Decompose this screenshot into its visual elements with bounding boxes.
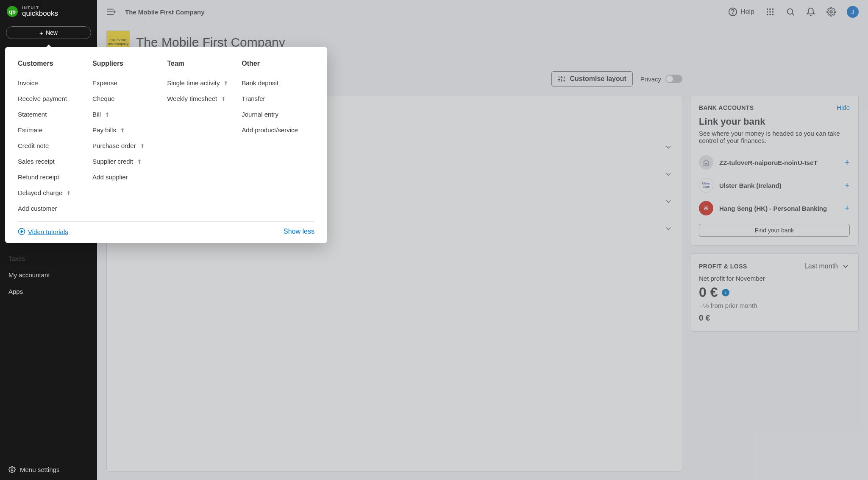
menu-settings-link[interactable]: Menu settings <box>0 459 97 480</box>
menu-column-title: Team <box>167 60 233 67</box>
bank-logo-icon: Ulster Bank <box>699 178 713 193</box>
plus-icon: + <box>39 30 43 36</box>
menu-item-delayed-charge[interactable]: Delayed charge <box>18 185 84 201</box>
help-link[interactable]: Help <box>728 7 754 17</box>
upgrade-arrow-icon <box>220 96 226 102</box>
settings-gear-icon[interactable] <box>826 7 836 17</box>
menu-item-expense[interactable]: Expense <box>92 75 159 91</box>
menu-column: TeamSingle time activityWeekly timesheet <box>167 60 233 216</box>
profit-loss-card: PROFIT & LOSS Last month Net profit for … <box>690 253 859 332</box>
sidebar-item-my-accountant[interactable]: My accountant <box>0 267 97 283</box>
svg-point-11 <box>772 11 774 13</box>
find-your-bank-button[interactable]: Find your bank <box>699 224 850 237</box>
sidebar-item-apps[interactable]: Apps <box>0 283 97 300</box>
menu-item-credit-note[interactable]: Credit note <box>18 138 84 153</box>
menu-item-estimate[interactable]: Estimate <box>18 122 84 138</box>
upgrade-arrow-icon <box>66 190 72 196</box>
menu-item-statement[interactable]: Statement <box>18 106 84 122</box>
menu-item-purchase-order[interactable]: Purchase order <box>92 138 159 153</box>
menu-settings-label: Menu settings <box>20 466 59 473</box>
pl-title: PROFIT & LOSS <box>699 263 747 270</box>
quickbooks-logo-icon: qb <box>7 6 18 17</box>
menu-item-label: Delayed charge <box>18 189 62 196</box>
menu-item-label: Transfer <box>242 95 265 102</box>
menu-item-label: Refund receipt <box>18 173 59 181</box>
sidebar-toggle-icon[interactable] <box>106 8 116 16</box>
bank-add-button[interactable]: + <box>844 203 850 214</box>
show-less-link[interactable]: Show less <box>284 228 314 235</box>
menu-item-label: Statement <box>18 111 47 118</box>
new-button[interactable]: + New <box>6 26 91 39</box>
menu-item-label: Add product/service <box>242 126 298 134</box>
menu-item-weekly-timesheet[interactable]: Weekly timesheet <box>167 91 233 106</box>
menu-item-journal-entry[interactable]: Journal entry <box>242 106 314 122</box>
menu-item-label: Receive payment <box>18 95 67 102</box>
bank-add-button[interactable]: + <box>844 180 850 191</box>
customise-layout-button[interactable]: Customise layout <box>551 71 632 87</box>
bank-building-icon <box>702 159 710 166</box>
privacy-toggle[interactable] <box>665 75 682 83</box>
pl-bottom-value: 0 € <box>699 313 850 323</box>
avatar[interactable]: J <box>847 6 859 18</box>
bank-row: Ulster BankUlster Bank (Ireland)+ <box>699 174 850 197</box>
svg-point-7 <box>769 8 771 10</box>
pl-period-dropdown[interactable]: Last month <box>804 262 850 271</box>
menu-item-invoice[interactable]: Invoice <box>18 75 84 91</box>
chevron-down-icon <box>841 262 850 271</box>
svg-point-9 <box>767 11 768 13</box>
menu-item-label: Sales receipt <box>18 158 55 165</box>
sliders-icon <box>558 75 565 83</box>
menu-item-add-customer[interactable]: Add customer <box>18 201 84 216</box>
bank-logo-icon <box>699 155 713 170</box>
svg-point-6 <box>767 8 768 10</box>
svg-point-8 <box>772 8 774 10</box>
customise-layout-label: Customise layout <box>570 75 626 83</box>
menu-item-supplier-credit[interactable]: Supplier credit <box>92 153 159 169</box>
menu-item-label: Add customer <box>18 205 57 212</box>
menu-item-cheque[interactable]: Cheque <box>92 91 159 106</box>
search-icon[interactable] <box>786 7 795 17</box>
menu-item-label: Pay bills <box>92 126 116 134</box>
upgrade-arrow-icon <box>139 143 145 149</box>
menu-item-bill[interactable]: Bill <box>92 106 159 122</box>
menu-item-refund-receipt[interactable]: Refund receipt <box>18 169 84 185</box>
play-circle-icon <box>18 228 25 235</box>
video-tutorials-link[interactable]: Video tutorials <box>18 228 68 235</box>
menu-item-label: Weekly timesheet <box>167 95 217 102</box>
menu-item-add-product-service[interactable]: Add product/service <box>242 122 314 138</box>
bank-name-label: Ulster Bank (Ireland) <box>719 182 838 189</box>
privacy-label: Privacy <box>640 75 661 83</box>
menu-item-label: Estimate <box>18 126 42 134</box>
menu-column-title: Other <box>242 60 314 67</box>
sidebar-item-taxes[interactable]: Taxes <box>0 250 97 267</box>
apps-grid-icon[interactable] <box>765 7 775 17</box>
menu-item-single-time-activity[interactable]: Single time activity <box>167 75 233 91</box>
help-icon <box>728 7 737 17</box>
topbar: The Mobile First Company Help J <box>97 0 868 24</box>
menu-item-label: Add supplier <box>92 173 128 181</box>
notifications-icon[interactable] <box>806 7 815 17</box>
chevron-down-icon <box>664 170 673 179</box>
menu-item-sales-receipt[interactable]: Sales receipt <box>18 153 84 169</box>
info-icon[interactable]: i <box>722 289 729 296</box>
svg-point-0 <box>11 469 13 470</box>
topbar-company-name: The Mobile First Company <box>125 8 205 16</box>
bank-card-hide-link[interactable]: Hide <box>837 104 850 111</box>
menu-item-transfer[interactable]: Transfer <box>242 91 314 106</box>
bank-logo-icon: ❋ <box>699 201 713 215</box>
menu-column: OtherBank depositTransferJournal entryAd… <box>242 60 314 216</box>
menu-item-label: Invoice <box>18 79 38 87</box>
menu-item-pay-bills[interactable]: Pay bills <box>92 122 159 138</box>
chevron-down-icon <box>664 143 673 151</box>
menu-column-title: Suppliers <box>92 60 159 67</box>
menu-item-add-supplier[interactable]: Add supplier <box>92 169 159 185</box>
bank-card-heading: Link your bank <box>699 116 850 127</box>
svg-line-16 <box>792 14 794 16</box>
bank-add-button[interactable]: + <box>844 157 850 168</box>
menu-item-label: Bill <box>92 111 101 118</box>
menu-item-bank-deposit[interactable]: Bank deposit <box>242 75 314 91</box>
brand-name-label: quickbooks <box>22 10 58 17</box>
bank-accounts-card: BANK ACCOUNTS Hide Link your bank See wh… <box>690 95 859 246</box>
new-button-label: New <box>46 29 58 36</box>
menu-item-receive-payment[interactable]: Receive payment <box>18 91 84 106</box>
